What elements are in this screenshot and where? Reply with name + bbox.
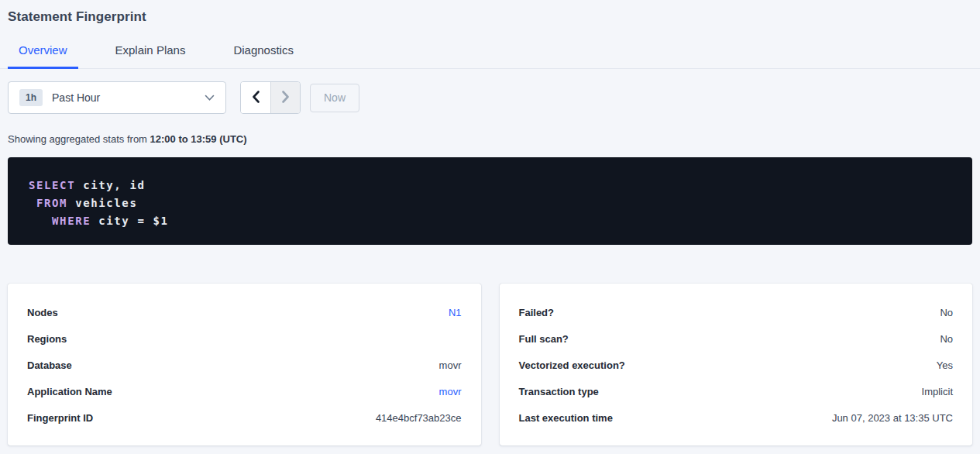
tab-overview[interactable]: Overview (8, 43, 78, 69)
time-picker-row: 1h Past Hour Now (8, 81, 972, 114)
nodes-link[interactable]: N1 (449, 307, 462, 318)
sql-keyword: SELECT (29, 179, 75, 191)
detail-label: Application Name (27, 386, 112, 397)
full-scan-value: No (940, 333, 953, 345)
detail-row-application-name: Application Name movr (27, 378, 462, 404)
statement-fingerprint-page: Statement Fingerprint Overview Explain P… (0, 0, 980, 445)
overview-detail-cards: Nodes N1 Regions Database movr Applicati… (8, 284, 972, 445)
detail-row-transaction-type: Transaction type Implicit (519, 378, 954, 404)
aggregated-stats-text: Showing aggregated stats from 12:00 to 1… (8, 133, 972, 145)
sql-line: FROM vehicles (29, 194, 958, 212)
sql-statement-box: SELECT city, id FROM vehicles WHERE city… (8, 157, 972, 245)
sql-text: city = $1 (91, 215, 168, 227)
time-range-badge: 1h (19, 89, 43, 106)
detail-row-database: Database movr (27, 352, 462, 378)
sql-line: WHERE city = $1 (29, 212, 958, 230)
detail-label: Transaction type (519, 386, 599, 397)
sql-text: vehicles (67, 197, 137, 209)
execution-attributes-card: Failed? No Full scan? No Vectorized exec… (500, 284, 973, 445)
detail-row-regions: Regions (27, 325, 462, 352)
detail-row-last-execution: Last execution time Jun 07, 2023 at 13:3… (519, 404, 954, 431)
fingerprint-id-value: 414e4bcf73ab23ce (376, 412, 462, 424)
vectorized-value: Yes (937, 359, 953, 371)
time-arrow-group (240, 81, 301, 114)
sql-keyword: WHERE (29, 215, 91, 227)
sql-keyword: FROM (29, 197, 67, 209)
chevron-right-icon (281, 91, 290, 105)
detail-label: Last execution time (519, 412, 613, 424)
tab-bar: Overview Explain Plans Diagnostics (8, 43, 972, 69)
chevron-left-icon (252, 91, 260, 105)
last-execution-time-value: Jun 07, 2023 at 13:35 UTC (832, 412, 953, 424)
detail-row-full-scan: Full scan? No (519, 325, 954, 352)
aggregated-stats-range: 12:00 to 13:59 (UTC) (150, 133, 247, 145)
detail-label: Vectorized execution? (519, 359, 625, 371)
transaction-type-value: Implicit (922, 386, 953, 397)
detail-label: Full scan? (519, 333, 569, 345)
sql-line: SELECT city, id (29, 177, 958, 194)
now-button[interactable]: Now (310, 84, 359, 112)
database-value: movr (439, 359, 462, 371)
detail-row-vectorized: Vectorized execution? Yes (519, 352, 954, 378)
detail-row-failed: Failed? No (519, 299, 954, 325)
detail-label: Nodes (27, 307, 58, 318)
chevron-down-icon (205, 95, 215, 101)
next-time-button[interactable] (270, 82, 300, 113)
page-title: Statement Fingerprint (8, 8, 972, 25)
detail-row-fingerprint-id: Fingerprint ID 414e4bcf73ab23ce (27, 404, 462, 431)
time-range-dropdown[interactable]: 1h Past Hour (8, 81, 226, 114)
detail-row-nodes: Nodes N1 (27, 299, 462, 325)
time-range-label: Past Hour (52, 91, 205, 104)
sql-text: city, id (75, 179, 145, 191)
detail-label: Regions (27, 333, 67, 345)
tab-explain-plans[interactable]: Explain Plans (105, 43, 197, 69)
tab-diagnostics[interactable]: Diagnostics (222, 43, 304, 69)
detail-label: Failed? (519, 307, 555, 318)
detail-label: Database (27, 359, 72, 371)
statement-details-card: Nodes N1 Regions Database movr Applicati… (8, 284, 481, 445)
app-name-link[interactable]: movr (439, 386, 462, 397)
failed-value: No (940, 307, 953, 318)
aggregated-stats-prefix: Showing aggregated stats from (8, 133, 150, 145)
prev-time-button[interactable] (241, 82, 270, 113)
detail-label: Fingerprint ID (27, 412, 93, 424)
